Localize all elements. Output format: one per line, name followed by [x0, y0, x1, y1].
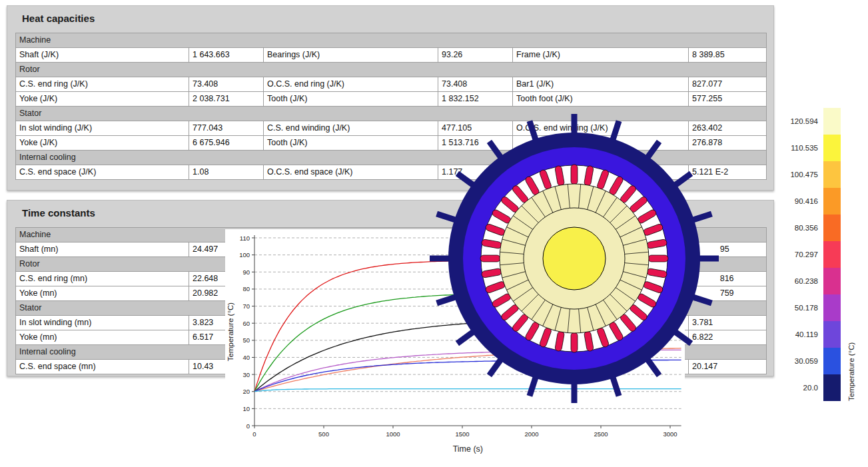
y-tick-label: 100 — [239, 251, 250, 258]
label-cell: C.S. end space (mn) — [16, 360, 189, 374]
value-cell: 73.408 — [438, 77, 513, 92]
slot-winding — [480, 255, 500, 262]
motor-cross-section-diagram — [428, 112, 721, 405]
label-cell: C.S. end ring (mn) — [16, 272, 189, 286]
slot-winding — [648, 255, 668, 262]
colorbar-segment — [823, 188, 841, 215]
shaft — [543, 227, 606, 290]
colorbar-segment — [823, 241, 841, 268]
label-cell: C.S. end ring (J/K) — [16, 77, 189, 92]
label-cell: Shaft (mn) — [16, 242, 189, 257]
colorbar-title: Temperature (°C) — [847, 108, 855, 401]
colorbar-tick-label: 20.0 — [785, 374, 823, 401]
colorbar-segment — [823, 215, 841, 241]
label-cell: Yoke (mn) — [16, 286, 189, 301]
value-cell: 6 675.946 — [189, 136, 264, 151]
colorbar-segment — [823, 294, 841, 321]
colorbar-tick-label: 50.178 — [785, 294, 823, 321]
table-row: C.S. end ring (J/K)73.408O.C.S. end ring… — [16, 77, 767, 92]
label-cell: Frame (J/K) — [513, 48, 689, 63]
label-cell: Tooth (J/K) — [264, 92, 438, 107]
colorbar-tick-label: 40.119 — [785, 321, 823, 348]
colorbar-segment — [823, 374, 841, 401]
x-axis-title: Time (s) — [453, 444, 483, 454]
label-cell: O.C.S. end space (J/K) — [264, 165, 438, 180]
x-tick-label: 2500 — [594, 430, 608, 438]
colorbar-tick-label: 110.535 — [785, 135, 823, 161]
table-row: Shaft (J/K)1 643.663Bearings (J/K)93.26F… — [16, 48, 767, 63]
y-tick-label: 40 — [242, 354, 250, 361]
y-tick-label: 30 — [242, 371, 250, 378]
y-tick-label: 90 — [242, 268, 250, 276]
x-tick-label: 500 — [318, 430, 329, 438]
y-tick-label: 50 — [242, 336, 250, 344]
y-tick-label: 80 — [242, 285, 250, 292]
label-cell: Bearings (J/K) — [264, 48, 438, 63]
slot-winding — [571, 332, 578, 352]
value-cell: 1 832.152 — [438, 92, 513, 107]
temperature-colorbar: 120.594110.535100.47590.41680.35670.2976… — [785, 108, 855, 401]
label-cell: Yoke (J/K) — [16, 136, 189, 151]
y-tick-label: 20 — [242, 388, 250, 395]
colorbar-gradient — [823, 108, 841, 401]
value-cell: 1 643.663 — [189, 48, 264, 63]
heat-capacities-title: Heat capacities — [7, 6, 773, 24]
x-tick-label: 1500 — [455, 430, 469, 438]
app-window: Heat capacities MachineShaft (J/K)1 643.… — [0, 0, 868, 467]
colorbar-segment — [823, 135, 841, 161]
label-cell: O.C.S. end ring (J/K) — [264, 77, 438, 92]
colorbar-tick-label: 70.297 — [785, 241, 823, 268]
label-cell: Yoke (mn) — [16, 330, 189, 345]
x-tick-label: 0 — [252, 430, 256, 438]
colorbar-tick-label: 60.238 — [785, 268, 823, 294]
value-cell: 1.08 — [189, 165, 264, 180]
y-tick-label: 110 — [240, 234, 250, 242]
value-cell: 93.26 — [438, 48, 513, 63]
colorbar-tick-labels: 120.594110.535100.47590.41680.35670.2976… — [785, 108, 823, 401]
y-tick-label: 10 — [242, 405, 250, 412]
colorbar-tick-label: 120.594 — [785, 108, 823, 135]
colorbar-segment — [823, 268, 841, 294]
colorbar-segment — [823, 161, 841, 188]
motor-canvas — [428, 112, 721, 405]
value-cell: 577.255 — [689, 92, 767, 107]
value-cell: 73.408 — [189, 77, 264, 92]
value-cell: 777.043 — [189, 121, 264, 136]
x-tick-label: 3000 — [663, 430, 677, 438]
section-row: Machine — [16, 33, 767, 48]
label-cell: C.S. end winding (J/K) — [264, 121, 438, 136]
colorbar-segment — [823, 348, 841, 374]
colorbar-tick-label: 90.416 — [785, 188, 823, 215]
label-cell: In slot winding (mn) — [16, 316, 189, 330]
colorbar-segment — [823, 321, 841, 348]
label-cell: Tooth (J/K) — [264, 136, 438, 151]
colorbar-tick-label: 30.059 — [785, 348, 823, 374]
y-tick-label: 60 — [242, 320, 250, 327]
value-cell: 2 038.731 — [189, 92, 264, 107]
label-cell: Yoke (J/K) — [16, 92, 189, 107]
label-cell: In slot winding (J/K) — [16, 121, 189, 136]
colorbar-tick-label: 80.356 — [785, 215, 823, 241]
x-tick-label: 2000 — [524, 430, 538, 438]
slot-winding — [571, 165, 578, 185]
y-axis-title: Temperature (°C) — [226, 302, 234, 361]
label-cell: Bar1 (J/K) — [513, 77, 689, 92]
section-label: Machine — [16, 33, 767, 48]
label-cell: Shaft (J/K) — [16, 48, 189, 63]
y-tick-label: 70 — [242, 302, 250, 310]
value-cell: 8 389.85 — [689, 48, 767, 63]
label-cell: Tooth foot (J/K) — [513, 92, 689, 107]
colorbar-segment — [823, 108, 841, 135]
table-row: Yoke (J/K)2 038.731Tooth (J/K)1 832.152T… — [16, 92, 767, 107]
section-label: Rotor — [16, 63, 767, 77]
y-tick-label: 0 — [246, 422, 250, 430]
colorbar-tick-label: 100.475 — [785, 161, 823, 188]
x-tick-label: 1000 — [386, 430, 400, 438]
section-row: Rotor — [16, 63, 767, 77]
value-cell: 827.077 — [689, 77, 767, 92]
label-cell: C.S. end space (J/K) — [16, 165, 189, 180]
